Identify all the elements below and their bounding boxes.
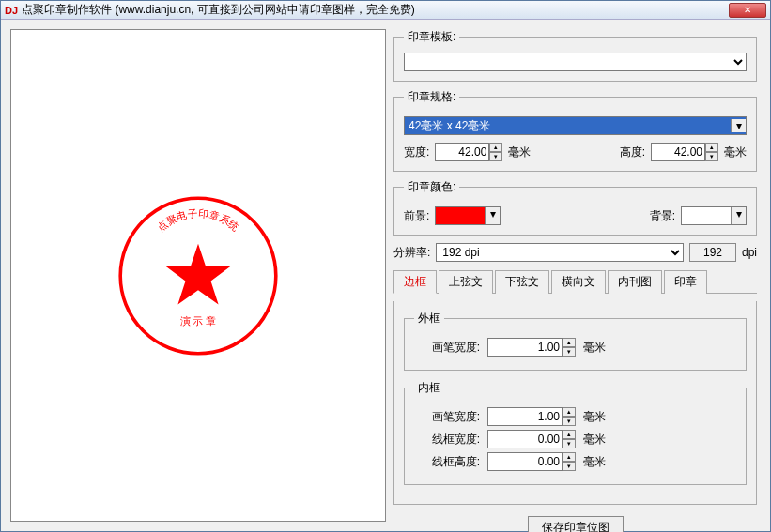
svg-text:演 示 章: 演 示 章	[180, 315, 217, 327]
outer-pen-input[interactable]	[487, 338, 563, 357]
unit: 毫米	[583, 409, 606, 425]
unit: 毫米	[583, 432, 606, 448]
tabs: 边框 上弦文 下弦文 横向文 内刊图 印章	[393, 269, 757, 294]
outer-pen-stepper[interactable]: ▴▾	[487, 338, 576, 357]
height-input[interactable]	[651, 143, 705, 161]
width-stepper[interactable]: ▴▾	[435, 143, 502, 161]
tab-border[interactable]: 边框	[393, 270, 437, 294]
frame-width-input[interactable]	[487, 430, 563, 448]
width-unit: 毫米	[508, 144, 531, 160]
outer-legend: 外框	[414, 311, 444, 327]
width-up[interactable]: ▴	[489, 143, 502, 152]
template-select[interactable]	[404, 53, 747, 71]
window-title: 点聚印章制作软件 (www.dianju.cn, 可直接到公司网站申请印章图样，…	[22, 2, 729, 18]
template-legend: 印章模板:	[404, 29, 459, 45]
app-logo: DJ	[5, 5, 18, 16]
tab-lower[interactable]: 下弦文	[495, 270, 549, 294]
height-label: 高度:	[620, 144, 645, 160]
frame-width-label: 线框宽度:	[414, 432, 480, 448]
width-input[interactable]	[435, 143, 489, 161]
frame-height-label: 线框高度:	[414, 454, 480, 470]
dpi-unit: dpi	[742, 246, 757, 259]
height-stepper[interactable]: ▴▾	[651, 143, 718, 161]
svg-text:点聚电子印章系统: 点聚电子印章系统	[155, 206, 242, 232]
outer-frame-group: 外框 画笔宽度: ▴▾ 毫米	[404, 311, 747, 371]
tab-horiz[interactable]: 横向文	[551, 270, 606, 294]
size-select[interactable]: 42毫米 x 42毫米 ▾	[404, 116, 747, 135]
fg-label: 前景:	[404, 208, 429, 224]
inner-pen-input[interactable]	[487, 407, 563, 426]
bg-label: 背景:	[650, 208, 675, 224]
frame-height-input[interactable]	[487, 452, 563, 471]
color-group: 印章颜色: 前景: ▾ 背景: ▾	[393, 179, 757, 236]
color-legend: 印章颜色:	[404, 179, 459, 195]
tab-stamp[interactable]: 印章	[664, 270, 707, 294]
dpi-select[interactable]: 192 dpi	[436, 243, 684, 262]
size-group: 印章规格: 42毫米 x 42毫米 ▾ 宽度: ▴▾ 毫米 高度:	[393, 89, 757, 172]
width-label: 宽度:	[404, 144, 429, 160]
chevron-down-icon: ▾	[485, 207, 500, 224]
unit: 毫米	[583, 340, 606, 356]
fg-swatch	[436, 207, 485, 224]
tab-inner[interactable]: 内刊图	[608, 270, 662, 294]
tab-content: 外框 画笔宽度: ▴▾ 毫米 内框 画笔宽度:	[393, 301, 757, 505]
height-down[interactable]: ▾	[705, 152, 718, 161]
bg-color-select[interactable]: ▾	[681, 206, 747, 225]
dpi-label: 分辨率:	[393, 245, 430, 261]
tab-upper[interactable]: 上弦文	[439, 270, 493, 294]
save-bitmap-button[interactable]: 保存印章位图	[528, 516, 624, 532]
inner-pen-stepper[interactable]: ▴▾	[487, 407, 576, 426]
seal-preview: 点聚电子印章系统 演 示 章	[114, 191, 283, 360]
chevron-down-icon: ▾	[731, 119, 746, 132]
height-up[interactable]: ▴	[705, 143, 718, 152]
template-group: 印章模板:	[393, 29, 757, 82]
inner-frame-group: 内框 画笔宽度: ▴▾ 毫米 线框宽度: ▴▾	[404, 380, 747, 485]
chevron-down-icon: ▾	[731, 207, 746, 224]
unit: 毫米	[583, 454, 606, 470]
inner-pen-label: 画笔宽度:	[414, 409, 480, 425]
outer-pen-label: 画笔宽度:	[414, 340, 480, 356]
height-unit: 毫米	[724, 144, 747, 160]
fg-color-select[interactable]: ▾	[435, 206, 501, 225]
size-legend: 印章规格:	[404, 89, 459, 105]
dpi-value: 192	[689, 243, 736, 262]
frame-width-stepper[interactable]: ▴▾	[487, 430, 576, 448]
close-button[interactable]: ✕	[729, 3, 766, 18]
preview-canvas: 点聚电子印章系统 演 示 章	[10, 29, 386, 522]
width-down[interactable]: ▾	[489, 152, 502, 161]
inner-legend: 内框	[414, 380, 444, 396]
svg-marker-2	[166, 243, 230, 304]
bg-swatch	[682, 207, 731, 224]
frame-height-stepper[interactable]: ▴▾	[487, 452, 576, 471]
